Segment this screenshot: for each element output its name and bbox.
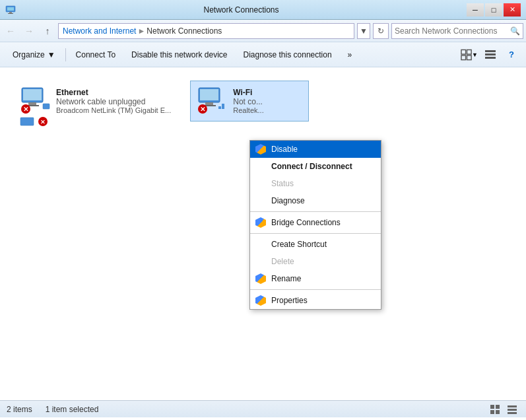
ctx-bridge[interactable]: Bridge Connections xyxy=(250,214,381,231)
ctx-delete-label: Delete xyxy=(271,257,294,266)
svg-rect-5 xyxy=(467,50,471,54)
view-button[interactable]: ▼ xyxy=(460,46,478,64)
svg-rect-33 xyxy=(508,405,517,407)
svg-rect-8 xyxy=(485,50,496,52)
diagnose-button[interactable]: Diagnose this connection xyxy=(236,45,339,65)
organize-dropdown-icon: ▼ xyxy=(48,50,55,59)
forward-button[interactable]: → xyxy=(21,23,37,39)
wifi-item[interactable]: ✕ Wi-Fi Not co... Realtek... xyxy=(190,81,309,122)
pane-icon xyxy=(484,49,496,61)
breadcrumb-network-internet[interactable]: Network and Internet xyxy=(63,26,136,36)
ctx-separator-3 xyxy=(250,289,381,290)
ctx-shortcut-icon-placeholder xyxy=(255,239,266,250)
ctx-delete: Delete xyxy=(250,253,381,270)
svg-rect-9 xyxy=(485,53,496,55)
address-path[interactable]: Network and Internet ► Network Connectio… xyxy=(58,23,354,39)
selected-count: 1 item selected xyxy=(46,405,99,414)
connect-to-button[interactable]: Connect To xyxy=(69,45,123,65)
svg-rect-26 xyxy=(222,104,224,109)
wifi-icon: ✕ xyxy=(196,85,228,117)
ctx-rename-label: Rename xyxy=(271,274,301,283)
window-title: Network Connections xyxy=(16,5,467,15)
ethernet-item[interactable]: ✕ ✕ Ethernet Network cable unplugged Bro… xyxy=(13,81,177,122)
svg-rect-1 xyxy=(7,7,14,11)
ctx-disable-icon xyxy=(255,144,266,155)
status-view-btn-2[interactable] xyxy=(505,402,519,417)
ctx-disable-label: Disable xyxy=(271,145,298,154)
wifi-detail: Realtek... xyxy=(233,106,263,114)
svg-rect-4 xyxy=(461,50,466,54)
ethernet-icon-container: ✕ ✕ xyxy=(19,85,51,117)
ctx-disable[interactable]: Disable xyxy=(250,141,381,158)
up-button[interactable]: ↑ xyxy=(40,23,55,39)
ethernet-badge: ✕ xyxy=(19,116,51,127)
svg-rect-18 xyxy=(20,118,34,125)
svg-rect-29 xyxy=(490,405,494,409)
connect-to-label: Connect To xyxy=(76,50,116,59)
svg-rect-34 xyxy=(508,409,517,411)
wifi-name: Wi-Fi xyxy=(233,88,263,97)
svg-rect-31 xyxy=(490,410,494,414)
address-dropdown[interactable]: ▼ xyxy=(357,23,370,39)
ctx-connect-label: Connect / Disconnect xyxy=(271,162,352,171)
minimize-button[interactable]: ─ xyxy=(467,3,484,17)
status-list-icon xyxy=(508,405,517,414)
close-button[interactable]: ✕ xyxy=(504,3,521,17)
ctx-rename[interactable]: Rename xyxy=(250,270,381,287)
ethernet-detail: Broadcom NetLink (TM) Gigabit E... xyxy=(56,106,171,114)
svg-rect-12 xyxy=(23,89,42,100)
ethernet-status: Network cable unplugged xyxy=(56,97,171,106)
help-button[interactable]: ? xyxy=(502,46,521,64)
svg-rect-6 xyxy=(461,55,466,59)
window-controls[interactable]: ─ □ ✕ xyxy=(467,3,521,17)
maximize-button[interactable]: □ xyxy=(485,3,502,17)
back-button[interactable]: ← xyxy=(3,23,18,39)
svg-rect-13 xyxy=(28,102,36,105)
pane-button[interactable] xyxy=(481,46,500,64)
window-icon xyxy=(5,5,16,15)
ctx-status-icon-placeholder xyxy=(255,178,266,189)
svg-rect-23 xyxy=(205,102,213,105)
svg-text:✕: ✕ xyxy=(200,106,205,113)
network-items-container: ✕ ✕ Ethernet Network cable unplugged Bro… xyxy=(7,74,519,128)
ethernet-icon: ✕ xyxy=(19,85,51,117)
status-view-btn-1[interactable] xyxy=(488,402,502,417)
ctx-diagnose-label: Diagnose xyxy=(271,196,305,205)
ctx-create-shortcut[interactable]: Create Shortcut xyxy=(250,236,381,253)
ctx-rename-icon xyxy=(255,273,266,284)
ctx-connect-icon-placeholder xyxy=(255,161,266,172)
svg-rect-15 xyxy=(43,104,49,109)
search-input[interactable] xyxy=(395,26,508,36)
wifi-icon-container: ✕ xyxy=(196,85,228,117)
svg-rect-2 xyxy=(9,12,12,13)
toolbar-right: ▼ ? xyxy=(460,46,521,64)
more-button[interactable]: » xyxy=(341,45,360,65)
ctx-diagnose-icon-placeholder xyxy=(255,195,266,206)
svg-rect-25 xyxy=(218,106,221,109)
disable-button[interactable]: Disable this network device xyxy=(124,45,234,65)
item-count: 2 items xyxy=(7,405,32,414)
breadcrumb-current: Network Connections xyxy=(147,26,222,36)
ctx-separator-1 xyxy=(250,211,381,212)
ctx-properties-icon xyxy=(255,295,266,306)
refresh-button[interactable]: ↻ xyxy=(373,23,389,39)
view-dropdown-icon: ▼ xyxy=(472,52,478,58)
search-icon: 🔍 xyxy=(510,26,520,36)
ctx-separator-2 xyxy=(250,233,381,234)
ctx-bridge-icon xyxy=(255,217,266,228)
disable-label: Disable this network device xyxy=(131,50,227,59)
wifi-status: Not co... xyxy=(233,97,263,106)
svg-rect-3 xyxy=(8,13,13,14)
svg-rect-32 xyxy=(496,410,500,414)
organize-button[interactable]: Organize ▼ xyxy=(5,45,63,65)
ctx-properties-label: Properties xyxy=(271,296,308,305)
svg-rect-22 xyxy=(200,89,218,100)
status-grid-icon xyxy=(490,405,500,414)
ctx-properties[interactable]: Properties xyxy=(250,292,381,309)
ethernet-name: Ethernet xyxy=(56,88,171,97)
address-bar: ← → ↑ Network and Internet ► Network Con… xyxy=(0,20,526,42)
status-bar: 2 items 1 item selected xyxy=(0,400,526,417)
ctx-diagnose[interactable]: Diagnose xyxy=(250,192,381,209)
search-box[interactable]: 🔍 xyxy=(391,23,523,39)
ctx-connect-disconnect[interactable]: Connect / Disconnect xyxy=(250,158,381,175)
